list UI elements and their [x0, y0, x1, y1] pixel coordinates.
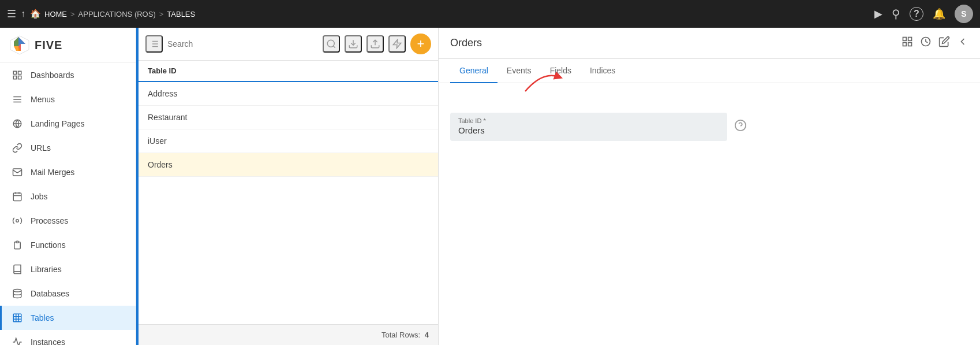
svg-rect-16	[13, 314, 21, 322]
add-button[interactable]: +	[410, 34, 431, 54]
close-button[interactable]	[957, 36, 968, 50]
play-icon[interactable]: ▶	[874, 8, 882, 20]
svg-rect-3	[13, 76, 16, 79]
svg-rect-2	[18, 71, 21, 74]
tab-indices[interactable]: Indices	[581, 59, 624, 83]
breadcrumb-sep1: >	[70, 10, 75, 18]
sidebar-item-dashboards[interactable]: Dashboards	[0, 63, 136, 87]
sidebar-item-urls[interactable]: URLs	[0, 136, 136, 160]
bell-icon[interactable]: 🔔	[933, 8, 945, 20]
table-footer: Total Rows: 4	[139, 324, 438, 345]
tables-label: Tables	[31, 313, 54, 322]
sidebar-item-databases[interactable]: Databases	[0, 281, 136, 306]
detail-panel: Orders Gener	[439, 28, 980, 345]
processes-icon	[11, 214, 24, 227]
footer-label: Total Rows:	[381, 331, 420, 339]
detail-header: Orders	[439, 28, 980, 59]
filter-button[interactable]	[145, 35, 163, 53]
table-id-field: Table ID * Orders	[450, 113, 727, 141]
logo-text: FIVE	[35, 39, 62, 52]
search-wrap	[167, 39, 318, 49]
sidebar-item-menus[interactable]: Menus	[0, 87, 136, 112]
sidebar-item-libraries[interactable]: Libraries	[0, 257, 136, 281]
list-toolbar: +	[139, 28, 438, 61]
sidebar-item-processes[interactable]: Processes	[0, 209, 136, 233]
edit-button[interactable]	[938, 36, 950, 50]
svg-rect-36	[908, 43, 912, 46]
five-logo-icon	[9, 35, 30, 55]
functions-icon	[11, 239, 24, 251]
upload-button[interactable]	[366, 35, 384, 53]
home-icon: 🏠	[30, 9, 41, 19]
jobs-icon	[11, 190, 24, 203]
lightning-button[interactable]	[388, 35, 406, 53]
menu-icon[interactable]: ☰	[7, 8, 16, 20]
menus-label: Menus	[31, 95, 55, 104]
dashboards-icon	[11, 69, 24, 81]
table-row[interactable]: Restaurant	[139, 106, 438, 129]
tables-label: TABLES	[167, 10, 195, 18]
svg-rect-9	[13, 169, 22, 176]
table-row[interactable]: iUser	[139, 129, 438, 153]
sidebar-logo: FIVE	[0, 28, 136, 63]
landing-pages-label: Landing Pages	[31, 119, 84, 128]
download-button[interactable]	[345, 35, 362, 53]
instances-icon	[11, 336, 24, 345]
sidebar-item-mail-merges[interactable]: Mail Merges	[0, 160, 136, 184]
home-label[interactable]: HOME	[44, 10, 67, 18]
sidebar-item-functions[interactable]: Functions	[0, 233, 136, 257]
tab-fields[interactable]: Fields	[541, 59, 581, 83]
main-layout: FIVE Dashboards Menus Landing Pages UR	[0, 28, 980, 345]
detail-header-icons	[902, 36, 968, 50]
avatar[interactable]: S	[955, 5, 973, 23]
detail-title: Orders	[450, 37, 902, 49]
tab-events[interactable]: Events	[498, 59, 541, 83]
sidebar-item-landing-pages[interactable]: Landing Pages	[0, 112, 136, 136]
tab-general[interactable]: General	[450, 59, 498, 83]
table-row[interactable]: Address	[139, 82, 438, 106]
form-field-row: Table ID * Orders	[450, 113, 968, 141]
list-panel-wrapper: + Table ID Address Restaurant iUser	[136, 28, 439, 345]
table-id-label: Table ID *	[458, 117, 719, 124]
svg-rect-33	[903, 38, 907, 41]
list-panel: + Table ID Address Restaurant iUser	[139, 28, 439, 345]
search-icon[interactable]: ⚲	[892, 7, 900, 21]
sidebar-item-instances[interactable]: Instances	[0, 330, 136, 345]
functions-label: Functions	[31, 240, 66, 250]
table-id-column-label: Table ID	[148, 66, 177, 75]
svg-rect-10	[13, 193, 21, 201]
sidebar-item-jobs[interactable]: Jobs	[0, 184, 136, 209]
mail-merges-icon	[11, 166, 24, 179]
history-button[interactable]	[920, 36, 932, 50]
topbar: ☰ ↑ 🏠 HOME > APPLICATIONS (ROS) > TABLES…	[0, 0, 980, 28]
topbar-left: ☰ ↑ 🏠 HOME > APPLICATIONS (ROS) > TABLES	[7, 8, 870, 20]
databases-icon	[11, 287, 24, 300]
breadcrumb: 🏠 HOME > APPLICATIONS (ROS) > TABLES	[30, 9, 195, 19]
libraries-icon	[11, 263, 24, 276]
search-input[interactable]	[167, 39, 318, 49]
table-row-label: iUser	[148, 136, 167, 146]
footer-count: 4	[425, 331, 429, 339]
applications-label[interactable]: APPLICATIONS (ROS)	[78, 10, 156, 18]
menus-icon	[11, 93, 24, 106]
svg-rect-35	[903, 43, 907, 46]
detail-content: Table ID * Orders	[439, 83, 980, 345]
svg-line-29	[333, 46, 335, 47]
panels: + Table ID Address Restaurant iUser	[136, 28, 980, 345]
help-icon[interactable]: ?	[910, 7, 923, 21]
mail-merges-label: Mail Merges	[31, 168, 74, 177]
table-list: Address Restaurant iUser Orders	[139, 82, 438, 324]
table-row-selected[interactable]: Orders	[139, 153, 438, 177]
urls-icon	[11, 142, 24, 154]
tabs-bar: General Events Fields Indices	[439, 59, 980, 83]
help-icon[interactable]	[734, 119, 747, 135]
tables-icon	[11, 311, 24, 324]
table-column-header: Table ID	[139, 61, 438, 82]
search-button[interactable]	[323, 35, 340, 53]
back-icon[interactable]: ↑	[21, 9, 25, 19]
dashboards-label: Dashboards	[31, 71, 74, 80]
grid-view-button[interactable]	[902, 36, 913, 50]
svg-rect-4	[18, 76, 21, 79]
sidebar-item-tables[interactable]: Tables	[0, 306, 136, 330]
svg-point-28	[327, 40, 334, 47]
